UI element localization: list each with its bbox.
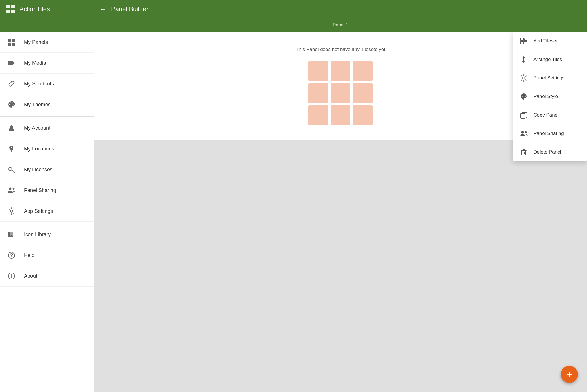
panel-sub-header: Panel 1 xyxy=(0,18,587,32)
svg-rect-3 xyxy=(11,10,15,13)
person-icon xyxy=(7,123,16,132)
sidebar-label-my-themes: My Themes xyxy=(24,102,51,108)
tile-cell-8 xyxy=(331,105,350,125)
svg-marker-9 xyxy=(13,62,15,64)
sidebar-label-app-settings: App Settings xyxy=(24,208,53,214)
sidebar-label-my-media: My Media xyxy=(24,60,46,66)
main-layout: My Panels My Media My Shortcuts xyxy=(0,32,587,392)
svg-point-29 xyxy=(522,96,523,97)
svg-point-21 xyxy=(11,256,12,257)
people-icon xyxy=(7,186,16,195)
book-icon xyxy=(7,230,16,239)
sidebar-label-my-licenses: My Licenses xyxy=(24,167,52,173)
svg-point-19 xyxy=(10,210,13,212)
svg-point-18 xyxy=(13,188,15,190)
dropdown-panel-style[interactable]: Panel Style xyxy=(513,87,587,106)
style-icon xyxy=(520,93,528,101)
svg-rect-8 xyxy=(8,61,13,65)
dropdown-delete-panel-label: Delete Panel xyxy=(533,149,561,155)
sidebar-label-panel-sharing: Panel Sharing xyxy=(24,187,56,193)
sidebar-item-my-panels[interactable]: My Panels xyxy=(0,32,94,53)
sidebar-item-my-media[interactable]: My Media xyxy=(0,53,94,74)
sidebar-divider-2 xyxy=(0,223,94,223)
add-fab-button[interactable]: + xyxy=(561,366,578,383)
sidebar-item-panel-sharing[interactable]: Panel Sharing xyxy=(0,180,94,201)
sidebar-item-my-shortcuts[interactable]: My Shortcuts xyxy=(0,74,94,94)
tile-cell-7 xyxy=(308,105,328,125)
link-icon xyxy=(7,79,16,88)
sidebar-label-icon-library: Icon Library xyxy=(24,232,51,238)
svg-rect-6 xyxy=(8,43,11,46)
dropdown-menu: Add Tileset Arrange Tiles Panel Set xyxy=(513,32,587,161)
sidebar-label-help: Help xyxy=(24,252,34,258)
sidebar-item-help[interactable]: Help xyxy=(0,245,94,266)
svg-rect-4 xyxy=(8,39,11,42)
svg-point-13 xyxy=(13,104,14,105)
sidebar-item-app-settings[interactable]: App Settings xyxy=(0,201,94,222)
svg-point-17 xyxy=(9,188,12,190)
panel-settings-icon xyxy=(520,74,528,82)
tile-cell-3 xyxy=(353,61,373,81)
tile-cell-4 xyxy=(308,83,328,103)
dropdown-delete-panel[interactable]: Delete Panel xyxy=(513,143,587,161)
gray-background xyxy=(94,140,587,392)
sidebar-item-my-locations[interactable]: My Locations xyxy=(0,138,94,159)
svg-rect-24 xyxy=(521,38,523,41)
app-logo-icon xyxy=(6,4,16,14)
sidebar-item-my-licenses[interactable]: My Licenses xyxy=(0,159,94,180)
dropdown-add-tileset-label: Add Tileset xyxy=(533,38,557,44)
svg-rect-7 xyxy=(12,43,15,46)
content-area: This Panel does not have any Tilesets ye… xyxy=(94,32,587,392)
sidebar-item-my-themes[interactable]: My Themes xyxy=(0,94,94,115)
dropdown-panel-settings-label: Panel Settings xyxy=(533,75,565,81)
sidebar-item-about[interactable]: About xyxy=(0,266,94,287)
svg-point-28 xyxy=(523,77,525,79)
svg-rect-0 xyxy=(6,5,10,8)
sidebar-label-my-shortcuts: My Shortcuts xyxy=(24,81,54,87)
svg-rect-2 xyxy=(11,5,15,8)
tile-cell-9 xyxy=(353,105,373,125)
help-icon xyxy=(7,251,16,260)
sidebar-label-my-account: My Account xyxy=(24,125,50,131)
dropdown-add-tileset[interactable]: Add Tileset xyxy=(513,32,587,50)
dropdown-panel-sharing[interactable]: Panel Sharing xyxy=(513,124,587,143)
sharing-icon xyxy=(520,130,528,138)
back-button[interactable]: ← xyxy=(100,5,107,13)
svg-point-14 xyxy=(10,125,13,128)
svg-rect-1 xyxy=(6,10,10,13)
sidebar-item-my-account[interactable]: My Account xyxy=(0,118,94,138)
video-icon xyxy=(7,58,16,68)
dropdown-arrange-tiles[interactable]: Arrange Tiles xyxy=(513,50,587,69)
sidebar-item-icon-library[interactable]: Icon Library xyxy=(0,224,94,245)
tile-cell-6 xyxy=(353,83,373,103)
svg-point-31 xyxy=(524,95,525,95)
sidebar-label-about: About xyxy=(24,273,37,279)
svg-rect-26 xyxy=(521,41,523,44)
dropdown-copy-panel-label: Copy Panel xyxy=(533,112,559,118)
app-header: ActionTiles ← Panel Builder xyxy=(0,0,587,18)
svg-point-35 xyxy=(525,131,527,133)
sidebar-divider-1 xyxy=(0,116,94,117)
svg-point-11 xyxy=(10,103,11,103)
panel-builder-header: ← Panel Builder xyxy=(94,5,581,13)
sidebar-label-my-panels: My Panels xyxy=(24,39,48,45)
arrange-icon xyxy=(520,56,528,64)
grid-icon xyxy=(7,38,16,47)
tile-cell-5 xyxy=(331,83,350,103)
sidebar-label-my-locations: My Locations xyxy=(24,146,54,152)
dropdown-copy-panel[interactable]: Copy Panel xyxy=(513,106,587,124)
svg-rect-5 xyxy=(12,39,15,42)
dropdown-panel-sharing-label: Panel Sharing xyxy=(533,131,564,136)
tile-cell-1 xyxy=(308,61,328,81)
copy-icon xyxy=(520,111,528,119)
tileset-icon xyxy=(520,37,528,45)
app-name: ActionTiles xyxy=(19,5,50,13)
svg-point-10 xyxy=(9,104,10,105)
dropdown-panel-settings[interactable]: Panel Settings xyxy=(513,69,587,87)
svg-point-12 xyxy=(12,103,13,103)
settings-icon xyxy=(7,207,16,216)
svg-point-23 xyxy=(11,274,12,275)
svg-point-30 xyxy=(523,95,523,95)
app-logo: ActionTiles xyxy=(6,4,94,14)
svg-rect-27 xyxy=(524,41,527,44)
